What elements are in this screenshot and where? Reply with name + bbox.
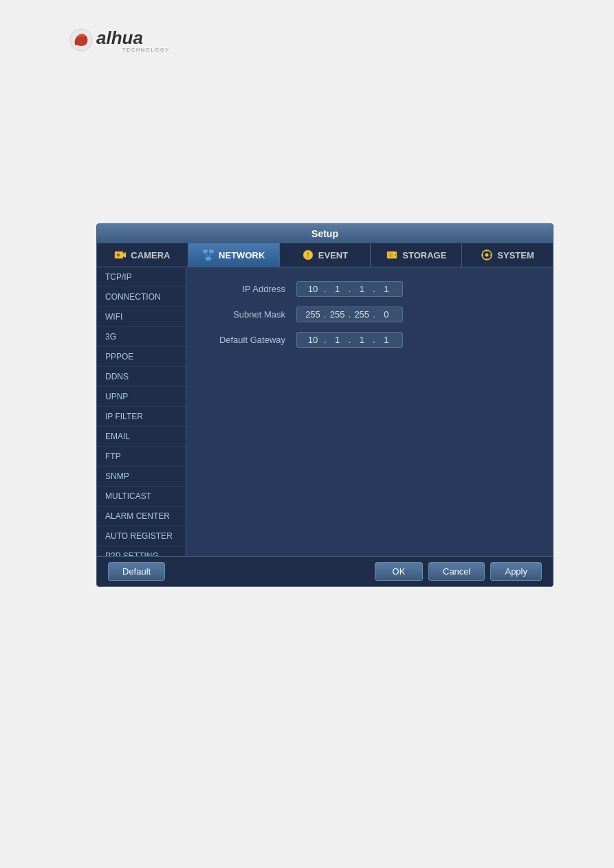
svg-point-3	[117, 254, 120, 257]
tab-event[interactable]: ! EVENT	[280, 243, 371, 267]
logo-text: alhua	[96, 27, 170, 49]
ip-address-part2[interactable]	[327, 284, 348, 294]
footer-right: OK Cancel Apply	[375, 562, 542, 581]
subnet-mask-part2[interactable]	[327, 309, 348, 320]
subnet-mask-row: Subnet Mask . . .	[203, 307, 536, 322]
footer-left: Default	[108, 562, 165, 581]
svg-line-7	[206, 253, 209, 257]
camera-icon	[114, 249, 127, 261]
default-button[interactable]: Default	[108, 562, 165, 581]
tab-network-label: NETWORK	[219, 250, 265, 260]
gateway-part4[interactable]	[376, 335, 397, 345]
sidebar-item-autoregister[interactable]: AUTO REGISTER	[97, 526, 186, 546]
sidebar-item-snmp[interactable]: SNMP	[97, 467, 186, 487]
setup-dialog: Setup CAMERA NETWORK !	[96, 223, 553, 587]
sidebar-item-3g[interactable]: 3G	[97, 327, 186, 347]
gateway-part3[interactable]	[351, 335, 372, 345]
svg-rect-5	[209, 249, 214, 253]
svg-marker-2	[123, 252, 126, 258]
sidebar-item-connection[interactable]: CONNECTION	[97, 287, 186, 307]
apply-button[interactable]: Apply	[490, 562, 542, 581]
svg-point-12	[395, 254, 397, 256]
tab-camera[interactable]: CAMERA	[97, 243, 188, 267]
sidebar-item-upnp[interactable]: UPNP	[97, 387, 186, 407]
sidebar-item-wifi[interactable]: WIFI	[97, 307, 186, 327]
ip-address-row: IP Address . . .	[203, 281, 536, 297]
ip-address-part3[interactable]	[351, 284, 372, 294]
tab-system[interactable]: SYSTEM	[462, 243, 553, 267]
svg-rect-6	[206, 257, 211, 260]
tab-storage[interactable]: STORAGE	[371, 243, 462, 267]
logo-box: alhua TECHNOLOGY	[69, 27, 170, 52]
subnet-mask-label: Subnet Mask	[203, 309, 285, 320]
ok-button[interactable]: OK	[375, 562, 423, 581]
tab-event-label: EVENT	[318, 250, 348, 260]
subnet-mask-part3[interactable]	[351, 309, 372, 320]
tab-system-label: SYSTEM	[497, 250, 534, 260]
sidebar-item-tcpip[interactable]: TCP/IP	[97, 267, 186, 287]
tab-network[interactable]: NETWORK	[188, 243, 280, 267]
sidebar: TCP/IP CONNECTION WIFI 3G PPPOE DDNS UPN…	[97, 267, 186, 556]
event-icon: !	[302, 249, 314, 261]
content-area: IP Address . . . Subnet Mask .	[186, 267, 553, 556]
logo-icon	[69, 27, 94, 52]
svg-line-8	[208, 253, 212, 257]
svg-text:!: !	[307, 252, 309, 259]
sidebar-item-p2psetting[interactable]: P2P SETTING	[97, 546, 186, 556]
dialog-body: TCP/IP CONNECTION WIFI 3G PPPOE DDNS UPN…	[97, 267, 553, 556]
system-icon	[481, 249, 493, 261]
ip-address-part1[interactable]	[303, 284, 323, 294]
subnet-mask-part1[interactable]	[303, 309, 323, 320]
sidebar-item-alarmcenter[interactable]: ALARM CENTER	[97, 507, 186, 526]
sidebar-item-multicast[interactable]: MULTICAST	[97, 487, 186, 507]
default-gateway-label: Default Gateway	[203, 335, 285, 345]
dialog-title: Setup	[97, 224, 553, 243]
default-gateway-input-group[interactable]: . . .	[296, 332, 403, 348]
sidebar-item-ddns[interactable]: DDNS	[97, 367, 186, 387]
tab-storage-label: STORAGE	[402, 250, 446, 260]
ip-address-part4[interactable]	[376, 284, 397, 294]
dialog-tabs: CAMERA NETWORK ! EVENT	[97, 243, 553, 267]
svg-rect-4	[203, 249, 208, 253]
sidebar-item-pppoe[interactable]: PPPOE	[97, 347, 186, 367]
ip-address-input-group[interactable]: . . .	[296, 281, 403, 297]
tab-camera-label: CAMERA	[131, 250, 170, 260]
svg-point-17	[485, 254, 489, 257]
network-icon	[202, 249, 215, 261]
subnet-mask-part4[interactable]	[376, 309, 397, 320]
dialog-footer: Default OK Cancel Apply	[97, 556, 553, 586]
logo-area: alhua TECHNOLOGY	[69, 27, 170, 52]
sidebar-item-email[interactable]: EMAIL	[97, 427, 186, 447]
ip-address-label: IP Address	[203, 284, 285, 294]
logo-subtext: TECHNOLOGY	[122, 47, 170, 52]
default-gateway-row: Default Gateway . . .	[203, 332, 536, 348]
subnet-mask-input-group[interactable]: . . .	[296, 307, 403, 322]
sidebar-item-ftp[interactable]: FTP	[97, 447, 186, 467]
sidebar-item-ipfilter[interactable]: IP FILTER	[97, 407, 186, 427]
cancel-button[interactable]: Cancel	[428, 562, 485, 581]
gateway-part2[interactable]	[327, 335, 348, 345]
gateway-part1[interactable]	[303, 335, 323, 345]
storage-icon	[386, 249, 398, 261]
